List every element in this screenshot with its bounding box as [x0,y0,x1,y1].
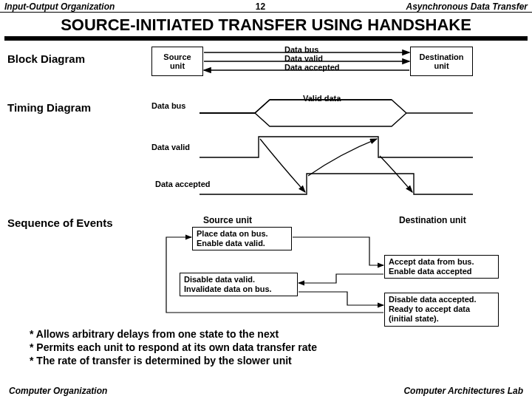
page-title: SOURCE-INITIATED TRANSFER USING HANDSHAK… [0,13,532,36]
footer-right: Computer Architectures Lab [403,386,523,396]
header-left: Input-Output Organization [4,1,115,12]
footer-left: Computer Organization [9,386,107,396]
content-area: Block Diagram Timing Diagram Sequence of… [0,47,532,364]
header-right: Asynchronous Data Transfer [406,1,528,12]
title-rule [4,36,528,41]
diagram-svg [0,47,532,364]
page-number: 12 [256,1,265,12]
